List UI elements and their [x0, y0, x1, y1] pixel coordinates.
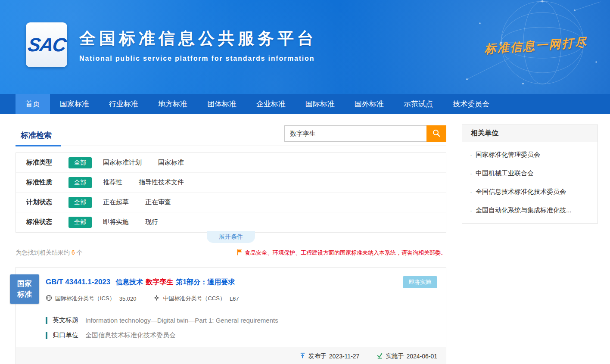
card-divider — [46, 309, 437, 309]
filter-option[interactable]: 正在起草 — [103, 198, 129, 206]
expand-conditions-button[interactable]: 展开条件 — [207, 231, 255, 243]
filter-option[interactable]: 指导性技术文件 — [139, 178, 184, 187]
english-title-label: 英文标题 — [53, 316, 78, 324]
sidebar-item-label: 中国机械工业联合会 — [476, 169, 534, 177]
sidebar-item-label: 国家标准化管理委员会 — [476, 151, 540, 159]
english-title-row: 英文标题 Information technology—Digital twin… — [46, 316, 437, 324]
standard-type-badge: 国家 标准 — [10, 274, 39, 304]
site-title: 全国标准信息公共服务平台 — [79, 28, 317, 50]
nav-item-national-standard[interactable]: 国家标准 — [50, 94, 99, 114]
ics-classification: 国际标准分类号（ICS） 35.020 — [46, 295, 136, 302]
accent-bar — [46, 332, 47, 339]
summary-suffix: 个 — [77, 249, 83, 256]
status-badge: 即将实施 — [403, 276, 437, 288]
sidebar-list: · 国家标准化管理委员会 · 中国机械工业联合会 · 全国信息技术标准化技术委员… — [462, 142, 598, 223]
filter-option[interactable]: 推荐性 — [103, 178, 122, 187]
sidebar-item-it-standards-committee[interactable]: · 全国信息技术标准化技术委员会 — [462, 183, 598, 201]
ccs-classification: 中国标准分类号（CCS） L67 — [153, 295, 239, 302]
summary-prefix: 为您找到相关结果约 — [16, 249, 70, 256]
nav-item-enterprise-standard[interactable]: 企业标准 — [246, 94, 296, 114]
implement-date: 2024-06-01 — [406, 353, 437, 360]
filter-all-button[interactable]: 全部 — [68, 157, 92, 168]
publish-date: 2023-11-27 — [329, 353, 360, 360]
filter-label: 标准状态 — [26, 218, 68, 226]
card-footer: 发布于 2023-11-27 实施于 2024-06-01 — [16, 347, 446, 364]
ics-label: 国际标准分类号（ICS） — [55, 295, 115, 302]
nav-item-technical-committee[interactable]: 技术委员会 — [443, 94, 499, 114]
bullet: · — [470, 151, 472, 159]
filter-all-button[interactable]: 全部 — [68, 177, 92, 188]
globe-icon — [46, 295, 55, 302]
nav-item-group-standard[interactable]: 团体标准 — [197, 94, 246, 114]
main-nav: 首页 国家标准 行业标准 地方标准 团体标准 企业标准 国际标准 国外标准 示范… — [0, 94, 610, 114]
filter-label: 标准性质 — [26, 178, 68, 187]
publish-upload-icon — [299, 352, 308, 360]
search-row: 标准检索 — [16, 124, 446, 146]
results-summary: 为您找到相关结果约6个 — [16, 249, 83, 257]
tab-standard-search[interactable]: 标准检索 — [16, 130, 61, 146]
bullet: · — [470, 207, 472, 214]
implement-date-item: 实施于 2024-06-01 — [377, 352, 437, 360]
filter-option[interactable]: 现行 — [145, 218, 158, 226]
implement-label: 实施于 — [386, 352, 404, 360]
nav-item-pilot-demonstration[interactable]: 示范试点 — [394, 94, 443, 114]
filter-option[interactable]: 正在审查 — [145, 198, 171, 206]
sidebar-item-machinery-federation[interactable]: · 中国机械工业联合会 — [462, 164, 598, 183]
ics-value: 35.020 — [119, 296, 137, 302]
title-highlighted-keyword: 数字孪生 — [146, 278, 173, 286]
main-content: 标准检索 标准类型 全部 国家标准计划 国家标准 — [0, 114, 610, 364]
sac-logo-text: SAC — [26, 34, 67, 56]
implement-check-icon — [377, 352, 386, 360]
compass-icon — [153, 295, 163, 302]
nav-item-foreign-standard[interactable]: 国外标准 — [345, 94, 394, 114]
sac-logo[interactable]: SAC — [26, 22, 67, 67]
classification-row: 国际标准分类号（ICS） 35.020 中国标准分类号（CCS） L67 — [46, 295, 437, 302]
sidebar-item-sac[interactable]: · 国家标准化管理委员会 — [462, 146, 598, 164]
result-count: 6 — [72, 249, 75, 256]
standard-title-link[interactable]: 信息技术数字孪生第1部分：通用要求 — [115, 278, 235, 287]
ccs-value: L67 — [230, 296, 239, 302]
filter-option[interactable]: 国家标准计划 — [103, 159, 142, 167]
standard-result-card: 国家 标准 GB/T 43441.1-2023 信息技术数字孪生第1部分：通用要… — [16, 267, 446, 364]
card-body: GB/T 43441.1-2023 信息技术数字孪生第1部分：通用要求 即将实施 — [16, 268, 446, 339]
department-row: 归口单位 全国信息技术标准化技术委员会 — [46, 331, 437, 339]
sidebar-title: 相关单位 — [462, 125, 598, 142]
search-input[interactable] — [284, 125, 426, 142]
filter-all-button[interactable]: 全部 — [68, 217, 92, 228]
nav-item-home[interactable]: 首页 — [16, 94, 50, 114]
sidebar-item-label: 全国信息技术标准化技术委员会 — [476, 188, 566, 196]
brand-text: 全国标准信息公共服务平台 National public service pla… — [79, 28, 317, 62]
filter-option[interactable]: 国家标准 — [158, 159, 184, 167]
brand: SAC 全国标准信息公共服务平台 National public service… — [26, 22, 317, 67]
sidebar-item-automation-standards-committee[interactable]: · 全国自动化系统与集成标准化技... — [462, 201, 598, 220]
site-subtitle: National public service platform for sta… — [79, 55, 317, 62]
filter-row-standard-status: 标准状态 全部 即将实施 现行 — [16, 212, 446, 232]
filter-all-button[interactable]: 全部 — [68, 197, 92, 208]
title-suffix: 第1部分：通用要求 — [176, 278, 235, 286]
sidebar-item-label: 全国自动化系统与集成标准化技... — [476, 206, 572, 215]
search-icon — [432, 129, 441, 139]
department-label: 归口单位 — [53, 331, 78, 339]
filter-label: 标准类型 — [26, 159, 68, 167]
filter-label: 计划状态 — [26, 198, 68, 206]
search-button[interactable] — [426, 125, 446, 142]
nav-item-local-standard[interactable]: 地方标准 — [148, 94, 197, 114]
nav-item-international-standard[interactable]: 国际标准 — [296, 94, 345, 114]
standard-code-link[interactable]: GB/T 43441.1-2023 — [46, 278, 110, 286]
publish-date-item: 发布于 2023-11-27 — [299, 352, 360, 360]
english-title-value: Information technology—Digital twin—Part… — [85, 317, 278, 324]
badge-line-2: 标准 — [17, 289, 32, 300]
department-value: 全国信息技术标准化技术委员会 — [85, 331, 176, 339]
filter-option[interactable]: 即将实施 — [103, 218, 129, 226]
notice-text: 食品安全、环境保护、工程建设方面的国家标准未纳入本系统，请咨询相关部委。 — [245, 249, 446, 257]
search-results-column: 标准检索 标准类型 全部 国家标准计划 国家标准 — [16, 124, 446, 364]
nav-item-industry-standard[interactable]: 行业标准 — [99, 94, 148, 114]
accent-bar — [46, 317, 47, 324]
filter-row-standard-type: 标准类型 全部 国家标准计划 国家标准 — [16, 153, 446, 173]
filter-row-plan-status: 计划状态 全部 正在起草 正在审查 — [16, 193, 446, 212]
card-title-row: GB/T 43441.1-2023 信息技术数字孪生第1部分：通用要求 即将实施 — [46, 276, 437, 288]
ccs-label: 中国标准分类号（CCS） — [163, 295, 225, 302]
search-box — [284, 125, 446, 142]
filter-panel: 标准类型 全部 国家标准计划 国家标准 标准性质 全部 推荐性 指导性技术文件 … — [16, 152, 446, 233]
system-notice: 食品安全、环境保护、工程建设方面的国家标准未纳入本系统，请咨询相关部委。 — [237, 249, 446, 257]
